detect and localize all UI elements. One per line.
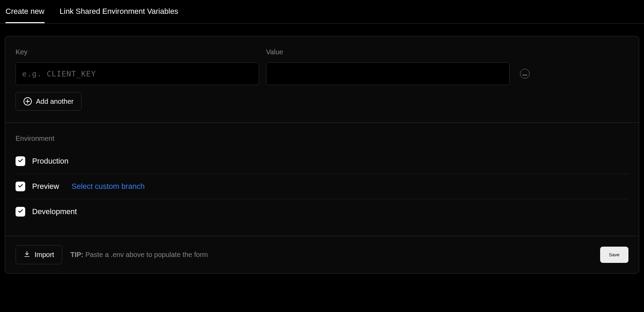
svg-rect-0 xyxy=(522,75,527,75)
save-button[interactable]: Save xyxy=(600,247,628,263)
tip-text: TIP: Paste a .env above to populate the … xyxy=(70,251,208,259)
kv-input-row xyxy=(16,62,628,85)
env-var-panel: Key Value Add another xyxy=(5,36,639,274)
import-button[interactable]: Import xyxy=(16,245,62,264)
import-label: Import xyxy=(35,251,54,259)
key-input[interactable] xyxy=(16,62,259,85)
env-label: Production xyxy=(32,157,68,166)
add-another-button[interactable]: Add another xyxy=(16,92,82,111)
tip-body: Paste a .env above to populate the form xyxy=(85,251,208,258)
tip-label: TIP: xyxy=(70,251,84,258)
env-label: Preview xyxy=(32,182,59,191)
environment-section: Environment Production Preview Select cu… xyxy=(5,122,639,236)
env-label: Development xyxy=(32,207,77,216)
download-icon xyxy=(23,250,30,259)
value-label: Value xyxy=(266,48,510,56)
select-custom-branch-link[interactable]: Select custom branch xyxy=(72,182,145,191)
tabs: Create new Link Shared Environment Varia… xyxy=(0,0,644,24)
environment-heading: Environment xyxy=(16,135,628,143)
add-another-label: Add another xyxy=(36,98,74,105)
check-icon xyxy=(17,208,23,216)
tab-link-shared[interactable]: Link Shared Environment Variables xyxy=(60,7,178,23)
tab-create-new[interactable]: Create new xyxy=(6,7,45,23)
key-label: Key xyxy=(16,48,259,56)
check-icon xyxy=(17,183,23,191)
checkbox-preview[interactable] xyxy=(16,182,25,191)
footer: Import TIP: Paste a .env above to popula… xyxy=(5,236,639,273)
value-input[interactable] xyxy=(266,62,510,85)
minus-icon xyxy=(522,71,527,76)
plus-circle-icon xyxy=(23,97,32,105)
environment-list: Production Preview Select custom branch xyxy=(16,149,628,224)
env-item-production: Production xyxy=(16,149,628,174)
env-item-development: Development xyxy=(16,199,628,224)
check-icon xyxy=(17,157,23,165)
checkbox-development[interactable] xyxy=(16,207,25,217)
checkbox-production[interactable] xyxy=(16,156,25,166)
kv-header-row: Key Value xyxy=(16,48,628,62)
env-item-preview: Preview Select custom branch xyxy=(16,174,628,199)
remove-row-button[interactable] xyxy=(520,69,530,79)
key-value-section: Key Value Add another xyxy=(5,36,639,122)
